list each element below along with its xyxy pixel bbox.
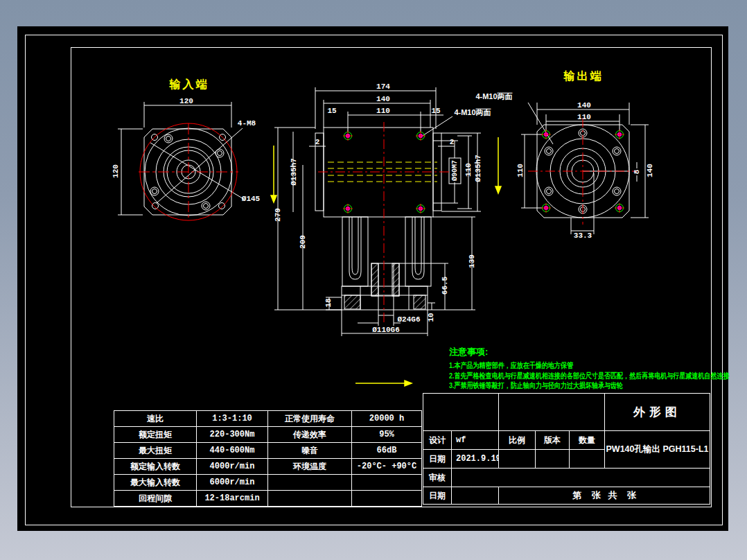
dim-total-width: 174 [376, 82, 390, 91]
part-name: PW140孔输出 PGH115-L1 [604, 430, 710, 469]
table-row: 回程间隙 12-18arcmin [114, 491, 422, 507]
dim-pilot: Ø110G6 [372, 326, 400, 334]
spec-label: 最大扭矩 [114, 443, 197, 459]
dim-edge-right: 15 [431, 107, 440, 115]
dim-output-height: 140 [646, 164, 654, 177]
scale-label: 比例 [498, 430, 536, 450]
version-value [535, 449, 570, 469]
spec-value: 6000r/min [197, 475, 268, 491]
date2-value [451, 487, 499, 505]
spec-label: 速比 [114, 411, 197, 427]
spec-value: 1:3-1:10 [197, 411, 268, 427]
dim-spigot-right: Ø135h7 [474, 155, 482, 182]
scale-value [498, 449, 536, 469]
spec-label: 最大输入转数 [114, 475, 197, 491]
dim-hole-span: 110 [376, 107, 390, 115]
spec-value [352, 491, 422, 507]
table-row: 额定输入转数 4000r/min 环境温度 -20°C- +90°C [114, 459, 422, 475]
spec-table: 速比 1:3-1:10 正常使用寿命 20000 h 额定扭矩 220-300N… [114, 410, 422, 507]
spec-value: 440-600Nm [197, 443, 268, 459]
spec-value: 20000 h [352, 411, 422, 427]
dim-hub-height: 66.5 [441, 277, 449, 295]
dim-total-height: 279 [274, 208, 282, 222]
spec-value: 4000r/min [197, 459, 268, 475]
date-label: 日期 [423, 449, 452, 469]
spec-value: 95% [352, 427, 422, 443]
dim-leg-height: 139 [468, 254, 476, 268]
checker-value [451, 468, 710, 487]
table-row: 速比 1:3-1:10 正常使用寿命 20000 h [114, 411, 422, 427]
label-input-circle: Ø145 [242, 195, 260, 203]
checker-label: 审核 [423, 468, 452, 487]
dim-input-height: 120 [112, 164, 120, 178]
dim-bore: Ø90M7 [451, 160, 459, 181]
input-view-geometry [118, 102, 245, 216]
spec-value [352, 475, 422, 491]
dim-output-offset: 8 [633, 170, 641, 175]
qty-label: 数量 [569, 430, 605, 450]
projection-symbol-cell [423, 393, 499, 431]
output-view-geometry [521, 103, 649, 234]
dim-shaft-bore: Ø24G6 [397, 315, 420, 324]
spec-label: 正常使用寿命 [268, 411, 352, 427]
spec-value: 12-18arcmin [197, 491, 268, 507]
dim-input-width: 120 [179, 97, 193, 105]
spec-label: 额定扭矩 [114, 427, 197, 443]
label-m10-upper: 4-M10两面 [475, 91, 512, 102]
empty-cell [498, 393, 605, 431]
designer-value: wf [451, 430, 499, 450]
sheet-count: 第 张 共 张 [498, 487, 710, 505]
input-view-centerlines [139, 123, 238, 220]
note-line: 2.首先严格检查电机与行星减速机相连接的各部位尺寸是否匹配，然后再将电机与行星减… [449, 371, 729, 381]
dim-hole-span-v: 110 [464, 163, 473, 177]
spec-label [268, 475, 352, 491]
date-value: 2021.9.19 [451, 449, 499, 469]
center-view-centerlines [318, 122, 450, 324]
input-view-title: 输入端 [170, 78, 209, 92]
version-label: 版本 [535, 430, 570, 450]
dim-step: 10 [427, 313, 435, 322]
label-m10-lower: 4-M10两面 [454, 107, 491, 118]
notes-block: 注意事项: 1.本产品为精密部件，应放在干燥的地方保管 2.首先严格检查电机与行… [449, 346, 747, 391]
date2-label: 日期 [423, 487, 452, 505]
dim-gap-right: 2 [450, 138, 455, 146]
dim-gap-left: 2 [315, 138, 320, 146]
spec-label [268, 491, 352, 507]
dim-edge-left: 15 [327, 107, 336, 115]
spec-value: 66dB [352, 443, 422, 459]
center-view-geometry [274, 87, 481, 336]
drawing-type: 外形图 [604, 393, 710, 431]
table-row: 最大扭矩 440-600Nm 噪音 66dB [114, 443, 422, 459]
dim-spigot-left: Ø135h7 [290, 158, 298, 186]
label-input-bolts: 4-M8 [238, 119, 256, 128]
spec-label: 噪音 [268, 443, 352, 459]
spec-value: -20°C- +90°C [352, 459, 422, 475]
dim-output-holes-top: 110 [577, 113, 591, 121]
table-row: 额定扭矩 220-300Nm 传递效率 95% [114, 427, 422, 443]
notes-title: 注意事项: [449, 346, 747, 358]
cad-preview-window: { "drawing": { "input_view": { "title": … [0, 0, 747, 560]
dim-output-key: 33.3 [574, 231, 592, 240]
dim-body-width: 140 [376, 95, 390, 103]
dim-output-width: 140 [577, 101, 591, 110]
note-line: 3.严禁用铁锤等敲打，防止轴向力与径向力过大损坏轴承与齿轮 [449, 380, 729, 391]
note-line: 1.本产品为精密部件，应放在干燥的地方保管 [449, 360, 729, 371]
dim-output-holes-left: 110 [516, 164, 525, 177]
title-block: 外形图 设计 wf 比例 版本 数量 PW140孔输出 PGH115-L1 日期… [423, 394, 710, 505]
designer-label: 设计 [423, 430, 452, 450]
table-row: 最大输入转数 6000r/min [114, 475, 422, 491]
spec-label: 额定输入转数 [114, 459, 197, 475]
spec-label: 回程间隙 [114, 491, 197, 507]
dim-flange-thk: 18 [324, 298, 333, 307]
output-view-title: 输出端 [564, 69, 604, 84]
qty-value [569, 449, 605, 469]
spec-label: 环境温度 [268, 459, 352, 475]
spec-value: 220-300Nm [197, 427, 268, 443]
spec-label: 传递效率 [268, 427, 352, 443]
dim-lower-height: 209 [299, 235, 307, 249]
